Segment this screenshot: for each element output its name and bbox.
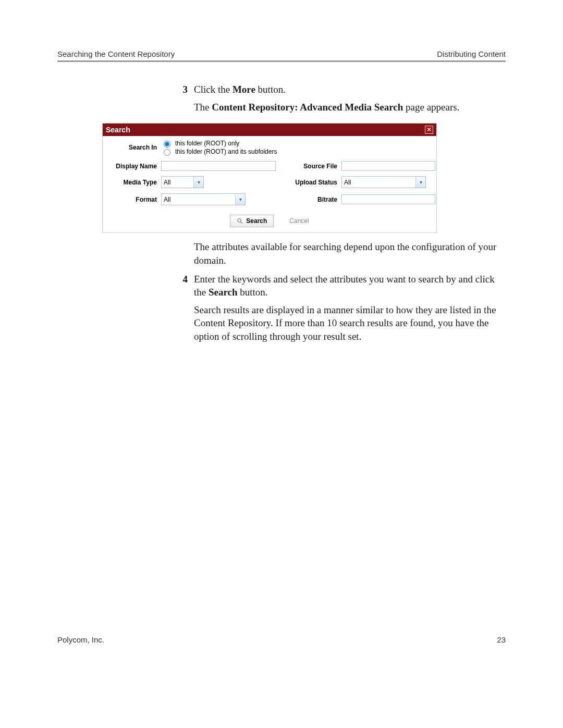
label-source-file: Source File bbox=[280, 163, 337, 170]
search-icon bbox=[237, 218, 243, 224]
label-format: Format bbox=[107, 196, 157, 203]
close-icon[interactable]: ✕ bbox=[425, 126, 433, 134]
search-button[interactable]: Search bbox=[230, 215, 274, 227]
chevron-down-icon: ▾ bbox=[415, 177, 425, 188]
label-upload-status: Upload Status bbox=[280, 179, 337, 186]
text-fragment: button. bbox=[238, 287, 268, 298]
source-file-input[interactable] bbox=[341, 161, 435, 171]
text-fragment: The bbox=[194, 102, 212, 113]
step-3: 3 Click the More button. bbox=[172, 83, 506, 96]
text-fragment: Click the bbox=[194, 84, 232, 95]
cancel-button[interactable]: Cancel bbox=[289, 217, 309, 225]
radio-label: this folder (ROOT) only bbox=[175, 140, 239, 147]
text-fragment: button. bbox=[255, 84, 286, 95]
radio-label: this folder (ROOT) and its subfolders bbox=[175, 148, 277, 155]
step-number: 3 bbox=[172, 83, 194, 96]
label-display-name: Display Name bbox=[107, 163, 157, 170]
chevron-down-icon: ▾ bbox=[193, 177, 203, 188]
select-value: All bbox=[162, 179, 193, 186]
bitrate-input[interactable] bbox=[341, 194, 435, 204]
label-media-type: Media Type bbox=[107, 179, 157, 186]
step-text: Click the More button. bbox=[194, 83, 506, 96]
display-name-input[interactable] bbox=[161, 161, 276, 171]
chevron-down-icon: ▾ bbox=[235, 194, 245, 205]
footer-page-number: 23 bbox=[497, 635, 506, 644]
radio-root-subfolders[interactable] bbox=[164, 149, 170, 156]
text-fragment: page appears. bbox=[403, 102, 459, 113]
upload-status-select[interactable]: All ▾ bbox=[341, 176, 426, 188]
panel-title: Search bbox=[106, 126, 130, 134]
text-bold: More bbox=[232, 84, 255, 95]
step-4: 4 Enter the keywords and select the attr… bbox=[172, 273, 506, 299]
attributes-note: The attributes available for searching d… bbox=[194, 240, 506, 267]
text-bold: Search bbox=[209, 287, 238, 298]
header-left: Searching the Content Repository bbox=[57, 50, 175, 58]
step-4-result: Search results are displayed in a manner… bbox=[194, 303, 506, 343]
page-footer: Polycom, Inc. 23 bbox=[57, 635, 506, 644]
running-header: Searching the Content Repository Distrib… bbox=[57, 50, 506, 62]
text-bold: Content Repository: Advanced Media Searc… bbox=[212, 102, 403, 113]
select-value: All bbox=[342, 179, 415, 186]
step-text: Enter the keywords and select the attrib… bbox=[194, 273, 506, 299]
label-bitrate: Bitrate bbox=[280, 196, 337, 203]
svg-point-0 bbox=[238, 219, 241, 222]
label-search-in: Search In bbox=[107, 144, 157, 151]
panel-titlebar: Search ✕ bbox=[103, 124, 436, 136]
svg-line-1 bbox=[241, 222, 243, 224]
radio-root-only[interactable] bbox=[164, 141, 170, 147]
header-right: Distributing Content bbox=[437, 50, 506, 58]
step-3-sub: The Content Repository: Advanced Media S… bbox=[194, 101, 506, 114]
footer-left: Polycom, Inc. bbox=[57, 635, 104, 644]
button-label: Search bbox=[246, 217, 267, 225]
select-value: All bbox=[162, 196, 235, 203]
format-select[interactable]: All ▾ bbox=[161, 193, 246, 205]
step-number: 4 bbox=[172, 273, 194, 299]
media-type-select[interactable]: All ▾ bbox=[161, 176, 204, 188]
search-panel: Search ✕ Search In this folder (ROOT) on… bbox=[102, 123, 437, 233]
